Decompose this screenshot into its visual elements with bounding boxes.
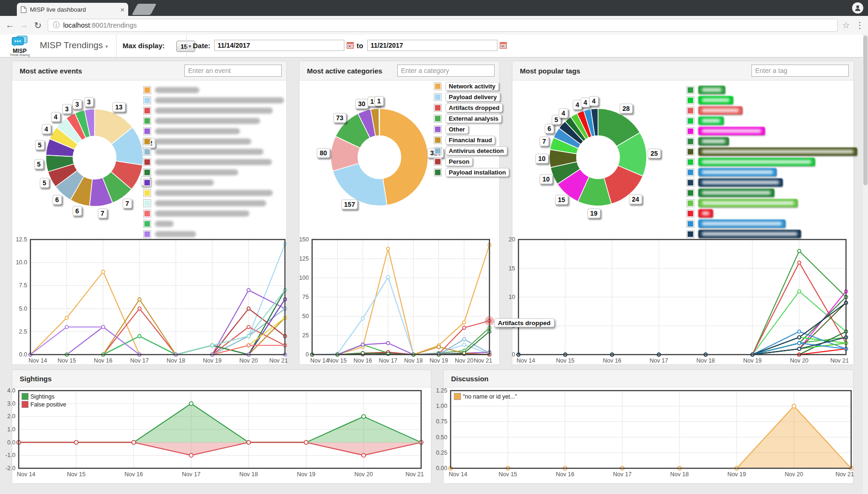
svg-text:Nov 15: Nov 15	[328, 357, 347, 364]
blurred-tag-chip	[698, 219, 786, 228]
x-axis-labels: Nov 14Nov 15Nov 16Nov 17Nov 18Nov 19Nov …	[17, 471, 424, 478]
logo-title: MISP	[6, 49, 34, 53]
tags-line-chart: 20151050Nov 14Nov 15Nov 16Nov 17Nov 18No…	[512, 236, 848, 367]
svg-text:7.5: 7.5	[19, 282, 27, 289]
legend-swatch	[686, 127, 694, 135]
svg-text:Nov 17: Nov 17	[613, 471, 632, 478]
date-to-input[interactable]	[367, 40, 497, 51]
max-display-select[interactable]: 15▾	[176, 41, 195, 52]
legend-item	[143, 218, 284, 229]
discussion-legend: "no name or id yet..."	[454, 392, 517, 400]
svg-text:Nov 20: Nov 20	[239, 357, 258, 364]
legend-swatch	[143, 127, 151, 135]
blurred-tag-chip	[698, 147, 857, 156]
chart-tooltip: Artifacts dropped	[494, 318, 554, 327]
calendar-icon[interactable]	[500, 42, 507, 49]
svg-text:Nov 21: Nov 21	[830, 357, 849, 364]
chevron-down-icon: ▾	[189, 44, 191, 49]
legend-item	[686, 105, 857, 116]
forward-button[interactable]: →	[17, 20, 31, 30]
date-from-input[interactable]	[214, 40, 344, 51]
legend-swatch	[143, 210, 151, 218]
svg-text:Nov 16: Nov 16	[124, 471, 143, 478]
scrollbar[interactable]	[863, 35, 868, 494]
panel-header: Most active events	[12, 61, 286, 80]
legend-item	[686, 167, 857, 177]
category-search-input[interactable]	[397, 65, 495, 77]
max-display-label: Max display:	[123, 42, 165, 50]
url-bar[interactable]: ⓘ localhost:8001/trendings	[48, 19, 838, 32]
blurred-tag-chip	[698, 127, 765, 135]
legend-swatch	[686, 86, 694, 94]
svg-text:Nov 21: Nov 21	[835, 471, 854, 478]
donut-value-label: 3	[62, 104, 72, 114]
svg-text:Nov 17: Nov 17	[649, 357, 668, 364]
legend-item	[143, 126, 284, 136]
legend-swatch	[686, 117, 694, 125]
legend-swatch	[686, 199, 694, 207]
legend-swatch	[686, 96, 694, 104]
tab-close-icon[interactable]: ×	[120, 6, 124, 13]
tag-search-input[interactable]	[751, 65, 849, 77]
legend-item	[143, 136, 284, 146]
svg-text:0.00: 0.00	[436, 465, 447, 472]
legend-swatch	[686, 158, 694, 166]
svg-text:1.00: 1.00	[436, 403, 447, 409]
svg-text:Nov 18: Nov 18	[167, 357, 185, 364]
blurred-label	[155, 87, 199, 93]
hover-point-halo	[485, 316, 494, 326]
y-axis-labels: 1501251007550250	[299, 236, 309, 358]
new-tab-button[interactable]	[132, 4, 157, 15]
svg-text:Nov 20: Nov 20	[354, 471, 373, 478]
svg-text:Nov 14: Nov 14	[29, 357, 47, 364]
browser-tab[interactable]: MISP live dashboard ×	[17, 3, 128, 16]
legend-label: Payload delivery	[445, 93, 500, 102]
bookmark-star-icon[interactable]: ☆	[842, 20, 850, 30]
browser-menu-icon[interactable]: ⋮	[855, 20, 864, 30]
svg-text:0.75: 0.75	[436, 418, 447, 425]
legend-item	[143, 188, 284, 198]
panel-discussion: Discussion 1.251.000.750.500.250.00Nov 1…	[443, 370, 853, 484]
donut-value-label: 30	[355, 99, 368, 109]
tags-donut-chart: 282524191510107654444	[542, 101, 654, 213]
legend-swatch	[686, 107, 694, 115]
legend-label: Antivirus detection	[445, 146, 507, 155]
donut-value-label: 5	[40, 178, 49, 188]
donut-value-label: 5	[34, 160, 44, 169]
info-icon[interactable]: ⓘ	[53, 21, 59, 29]
misp-logo-icon	[11, 36, 29, 47]
donut-value-label: 5	[35, 140, 44, 150]
legend-item	[686, 188, 857, 198]
svg-text:150: 150	[299, 236, 309, 243]
donut-value-label: 4	[42, 124, 51, 134]
refresh-button[interactable]: ↻	[31, 20, 45, 31]
scrollbar-thumb[interactable]	[863, 36, 868, 185]
profile-icon[interactable]	[852, 2, 863, 14]
donut-value-label: 157	[341, 200, 357, 210]
legend-swatch	[434, 168, 442, 176]
legend-label: "no name or id yet..."	[463, 393, 517, 400]
tab-bar: MISP live dashboard ×	[0, 0, 868, 16]
back-button[interactable]: ←	[3, 20, 17, 30]
y-axis-labels: 4.03.02.01.00.0-1.0-2.0	[5, 387, 15, 472]
legend-swatch	[686, 148, 694, 156]
svg-text:-2.0: -2.0	[5, 465, 15, 472]
event-search-input[interactable]	[184, 65, 282, 77]
series-line	[518, 262, 846, 355]
blurred-tag-chip	[698, 209, 713, 218]
data-points	[29, 242, 287, 356]
donut-value-label: 3	[73, 100, 82, 109]
legend-item	[686, 136, 857, 146]
calendar-icon[interactable]	[347, 42, 354, 49]
svg-text:Nov 19: Nov 19	[743, 357, 762, 364]
blurred-label	[155, 190, 273, 196]
legend-item	[143, 198, 284, 208]
url-path: :8001/trendings	[90, 22, 137, 29]
legend-item: Other	[434, 124, 509, 135]
legend-item	[143, 116, 284, 126]
svg-text:Nov 16: Nov 16	[603, 357, 621, 364]
trendings-menu[interactable]: MISP Trendings ▾	[40, 40, 108, 51]
svg-text:Nov 21: Nov 21	[405, 471, 424, 478]
svg-text:Nov 18: Nov 18	[670, 471, 689, 478]
legend-swatch	[434, 125, 442, 133]
